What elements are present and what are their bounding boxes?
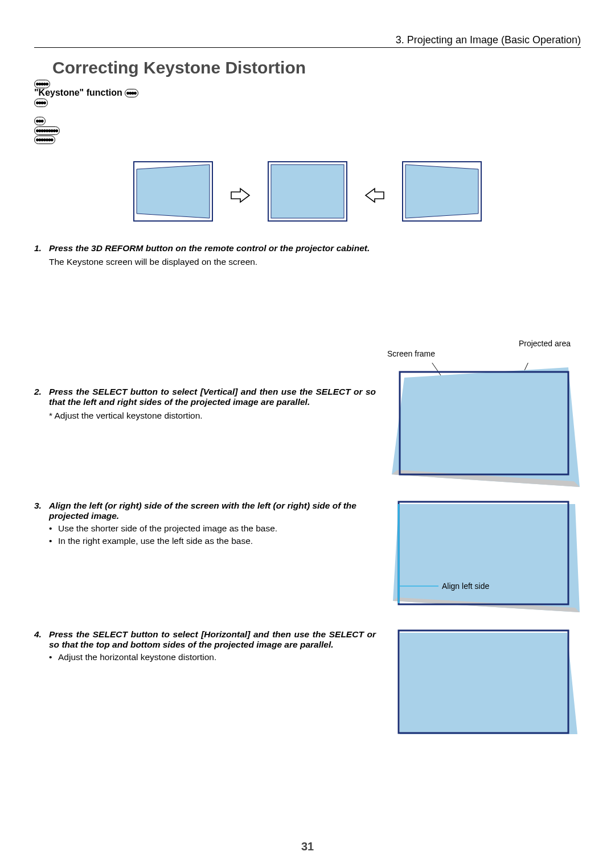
step-3: 3. Align the left (or right) side of the… <box>34 501 376 521</box>
keystone-function-label: "Keystone" function <box>34 88 122 97</box>
arrow-left-icon <box>363 185 386 206</box>
screen-frame-label: Screen frame <box>387 349 435 358</box>
step-heading: Press the SELECT button to select [Verti… <box>49 387 376 407</box>
keystone-shape-center <box>268 161 347 230</box>
step-heading: Press the 3D REFORM button on the remote… <box>49 243 581 253</box>
obscured-text: ●●●●●●● <box>34 136 55 144</box>
step-heading: Align the left (or right) side of the sc… <box>49 501 376 521</box>
arrow-right-icon <box>229 185 252 206</box>
page-title: Correcting Keystone Distortion <box>52 58 581 77</box>
step-4: 4. Press the SELECT button to select [Ho… <box>34 629 376 650</box>
step-1: 1. Press the 3D REFORM button on the rem… <box>34 243 581 253</box>
projection-diagram-3 <box>387 629 581 738</box>
svg-rect-3 <box>271 165 344 218</box>
svg-marker-5 <box>405 165 478 218</box>
section-header: 3. Projecting an Image (Basic Operation) <box>34 34 581 48</box>
keystone-diagram-row <box>34 161 581 230</box>
align-left-label: Align left side <box>442 582 489 591</box>
step-3-section: 3. Align the left (or right) side of the… <box>34 501 581 615</box>
step-4-section: 4. Press the SELECT button to select [Ho… <box>34 629 581 738</box>
svg-line-6 <box>430 363 441 375</box>
projection-diagram-2: Align left side <box>387 501 581 615</box>
step-bullets: Use the shorter side of the projected im… <box>49 523 376 546</box>
step-number: 3. <box>34 501 49 521</box>
step-2: 2. Press the SELECT button to select [Ve… <box>34 387 376 407</box>
intro-block: ●●●●● "Keystone" function ●●●● ●●●● ●●● … <box>34 79 581 144</box>
obscured-text: ●●●● <box>125 89 138 97</box>
page-number: 31 <box>0 840 615 853</box>
keystone-shape-left <box>133 161 213 230</box>
obscured-text: ●●● <box>34 117 46 125</box>
step-2-section: 2. Press the SELECT button to select [Ve… <box>34 353 581 494</box>
step-number: 2. <box>34 387 49 407</box>
step-bullets: Adjust the horizontal keystone distortio… <box>49 652 376 662</box>
step-description: The Keystone screen will be displayed on… <box>49 257 581 267</box>
svg-marker-11 <box>393 504 580 612</box>
obscured-text: ●●●● <box>34 99 48 107</box>
document-page: 3. Projecting an Image (Basic Operation)… <box>0 0 615 868</box>
bullet-item: In the right example, use the left side … <box>49 536 376 546</box>
keystone-shape-right <box>402 161 482 230</box>
step-number: 1. <box>34 243 49 253</box>
bullet-item: Use the shorter side of the projected im… <box>49 523 376 534</box>
step-heading: Press the SELECT button to select [Horiz… <box>49 629 376 650</box>
obscured-text: ●●●●● <box>34 80 50 88</box>
bullet-item: Adjust the horizontal keystone distortio… <box>49 652 376 662</box>
obscured-text: ●●●●●●●●● <box>34 126 60 135</box>
projected-area-label: Projected area <box>519 339 571 348</box>
projection-diagram-1 <box>387 363 581 494</box>
svg-marker-16 <box>400 633 577 734</box>
svg-marker-8 <box>392 367 580 487</box>
step-number: 4. <box>34 629 49 650</box>
svg-marker-1 <box>137 165 210 218</box>
step-description: * Adjust the vertical keystone distortio… <box>49 411 376 421</box>
